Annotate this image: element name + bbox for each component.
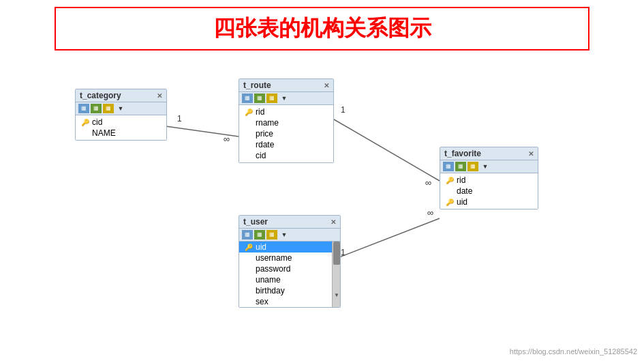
toolbar-t-route: ▦ ▦ ▦ ▼ (239, 92, 333, 105)
field-name: cid (92, 117, 102, 127)
table-body-t-favorite: 🔑 rid date 🔑 uid (440, 173, 538, 209)
key-icon: 🔑 (245, 244, 253, 251)
toolbar-icon-1[interactable]: ▦ (78, 104, 89, 113)
table-body-t-route: 🔑 rid rname price rdate cid (239, 105, 333, 162)
table-row: NAME (76, 128, 166, 139)
table-row: cid (239, 150, 333, 161)
table-header-t-favorite: t_favorite ✕ (440, 147, 538, 160)
table-body-t-category: 🔑 cid NAME (76, 115, 166, 140)
table-row: 🔑 cid (76, 117, 166, 128)
toolbar-icon-1[interactable]: ▦ (443, 162, 454, 171)
table-name-t-route: t_route (243, 81, 271, 90)
svg-text:∞: ∞ (427, 207, 433, 218)
watermark: https://blog.csdn.net/weixin_51285542 (510, 347, 637, 356)
toolbar-dropdown[interactable]: ▼ (279, 93, 290, 103)
table-t-user: t_user ✕ ▦ ▦ ▦ ▼ 🔑 uid username password… (239, 215, 341, 308)
close-icon[interactable]: ✕ (157, 92, 162, 100)
toolbar-icon-2[interactable]: ▦ (91, 104, 102, 113)
table-row-username: username (239, 252, 332, 263)
close-icon[interactable]: ✕ (528, 150, 534, 158)
toolbar-icon-1[interactable]: ▦ (242, 230, 253, 240)
table-row-uid: 🔑 uid (239, 242, 332, 252)
table-row: 🔑 uid (440, 197, 538, 207)
key-icon: 🔑 (446, 177, 454, 184)
table-row: 🔑 rid (440, 175, 538, 186)
table-name-t-favorite: t_favorite (444, 149, 481, 158)
toolbar-icon-1[interactable]: ▦ (242, 93, 253, 103)
field-name: rname (256, 118, 279, 128)
table-row: price (239, 128, 333, 139)
table-row-password: password (239, 263, 332, 274)
svg-line-3 (334, 119, 440, 181)
svg-text:∞: ∞ (224, 134, 230, 144)
table-t-category: t_category ✕ ▦ ▦ ▦ ▼ 🔑 cid NAME (75, 89, 167, 141)
svg-line-0 (166, 126, 239, 136)
table-row-uname: uname (239, 274, 332, 285)
close-icon[interactable]: ✕ (331, 218, 336, 226)
table-body-t-user: 🔑 uid username password uname birthday s… (239, 242, 340, 307)
table-row: rname (239, 117, 333, 128)
table-header-t-user: t_user ✕ (239, 216, 340, 229)
table-row-sex: sex (239, 296, 332, 307)
toolbar-icon-3[interactable]: ▦ (103, 104, 114, 113)
scrollbar[interactable]: ▼ (332, 242, 340, 307)
svg-text:1: 1 (177, 114, 182, 124)
table-t-route: t_route ✕ ▦ ▦ ▦ ▼ 🔑 rid rname price rdat… (239, 78, 334, 163)
toolbar-icon-2[interactable]: ▦ (455, 162, 466, 171)
field-name: username (256, 253, 292, 263)
close-icon[interactable]: ✕ (324, 82, 329, 89)
field-name: date (457, 186, 472, 196)
field-name: uid (256, 242, 266, 252)
table-name-t-category: t_category (80, 91, 121, 100)
svg-line-6 (334, 218, 440, 259)
field-name: sex (256, 297, 269, 306)
field-name: uname (256, 275, 281, 285)
toolbar-dropdown[interactable]: ▼ (480, 162, 491, 171)
toolbar-icon-2[interactable]: ▦ (254, 93, 265, 103)
table-row: 🔑 rid (239, 106, 333, 117)
table-header-t-category: t_category ✕ (76, 89, 166, 102)
field-name: price (256, 129, 273, 139)
field-name: rdate (256, 140, 274, 149)
svg-text:∞: ∞ (425, 177, 431, 188)
field-name: cid (256, 151, 266, 160)
field-name: rid (256, 107, 264, 117)
toolbar-icon-3[interactable]: ▦ (266, 93, 277, 103)
toolbar-dropdown[interactable]: ▼ (279, 230, 290, 240)
field-name: password (256, 264, 290, 274)
key-icon: 🔑 (245, 109, 253, 116)
title-box: 四张表的机构关系图示 (55, 7, 589, 50)
page-title: 四张表的机构关系图示 (213, 16, 431, 40)
field-name: rid (457, 175, 465, 185)
scrollbar-thumb[interactable] (333, 242, 340, 265)
table-header-t-route: t_route ✕ (239, 79, 333, 92)
key-icon: 🔑 (81, 119, 89, 126)
toolbar-t-favorite: ▦ ▦ ▦ ▼ (440, 160, 538, 173)
table-row-birthday: birthday (239, 285, 332, 296)
table-name-t-user: t_user (243, 217, 268, 227)
toolbar-icon-3[interactable]: ▦ (266, 230, 277, 240)
field-name: NAME (92, 128, 116, 138)
toolbar-icon-2[interactable]: ▦ (254, 230, 265, 240)
svg-text:1: 1 (341, 248, 346, 257)
svg-text:1: 1 (341, 105, 346, 115)
scroll-down-arrow[interactable]: ▼ (333, 291, 340, 299)
table-t-favorite: t_favorite ✕ ▦ ▦ ▦ ▼ 🔑 rid date 🔑 uid (440, 147, 538, 210)
toolbar-t-user: ▦ ▦ ▦ ▼ (239, 229, 340, 242)
key-icon: 🔑 (446, 199, 454, 206)
table-row: date (440, 186, 538, 197)
toolbar-dropdown[interactable]: ▼ (115, 104, 126, 113)
field-name: uid (457, 197, 467, 207)
table-row: rdate (239, 139, 333, 150)
toolbar-icon-3[interactable]: ▦ (467, 162, 478, 171)
field-name: birthday (256, 286, 285, 295)
toolbar-t-category: ▦ ▦ ▦ ▼ (76, 102, 166, 115)
